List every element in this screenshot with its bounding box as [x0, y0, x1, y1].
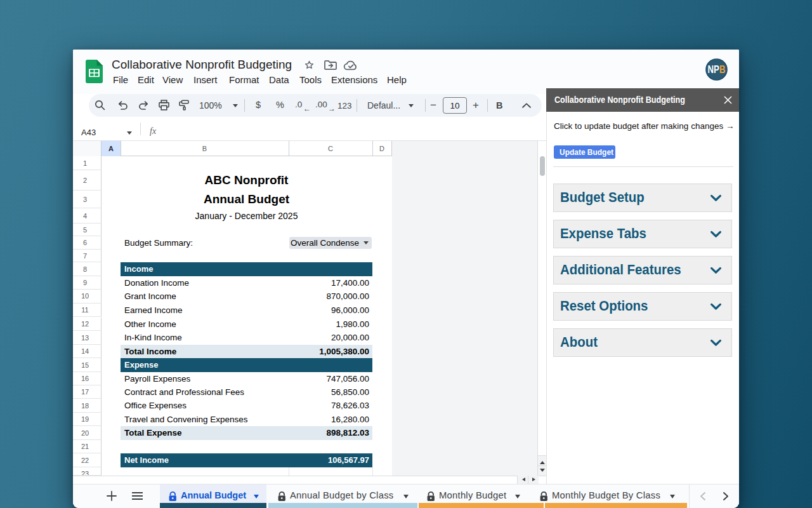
svg-text:NPB: NPB	[708, 64, 726, 76]
